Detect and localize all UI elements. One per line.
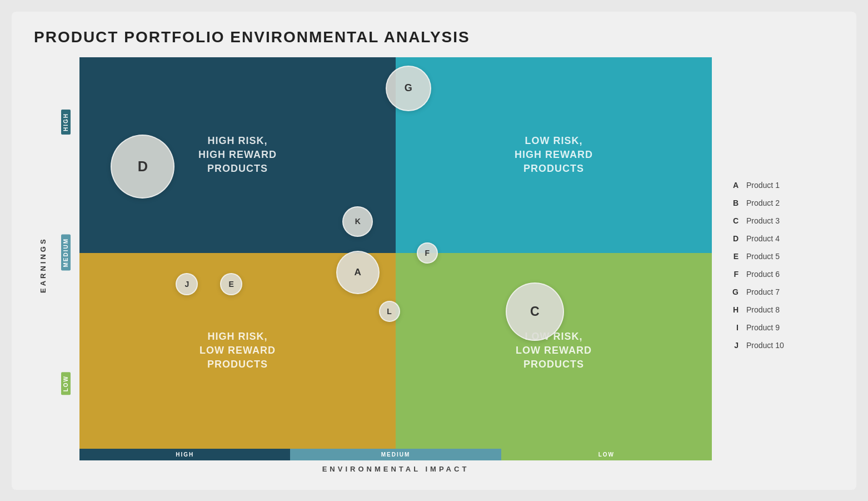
y-label-high-text: HIGH: [61, 110, 71, 135]
bubble-C: C: [506, 282, 564, 341]
bubble-G: G: [386, 66, 431, 111]
legend-product-name: Product 6: [746, 270, 780, 279]
legend-product-name: Product 8: [746, 305, 780, 314]
y-labels: HIGH MEDIUM LOW: [52, 57, 79, 449]
page-container: PRODUCT PORTFOLIO ENVIRONMENTAL ANALYSIS…: [12, 12, 856, 490]
legend-item: I Product 9: [729, 320, 834, 335]
legend-product-name: Product 3: [746, 216, 780, 225]
bubble-A: A: [336, 251, 380, 294]
legend-item: A Product 1: [729, 177, 834, 193]
legend-item: G Product 7: [729, 284, 834, 300]
x-label-high: HIGH: [79, 449, 290, 460]
legend-product-name: Product 1: [746, 181, 780, 190]
bubble-F: F: [417, 242, 438, 264]
page-title: PRODUCT PORTFOLIO ENVIRONMENTAL ANALYSIS: [34, 28, 834, 46]
legend-product-name: Product 2: [746, 199, 780, 207]
quadrant-top-right: LOW RISK,HIGH REWARDPRODUCTS: [396, 57, 712, 253]
legend-letter: G: [729, 287, 739, 296]
legend-item: B Product 2: [729, 195, 834, 211]
x-axis-title: ENVIRONMENTAL IMPACT: [79, 465, 712, 473]
main-content: EARNINGS HIGH MEDIUM LOW: [34, 57, 834, 473]
y-label-medium-text: MEDIUM: [61, 235, 71, 271]
quadrant-bottom-right: LOW RISK,LOW REWARDPRODUCTS: [396, 253, 712, 449]
y-label-high: HIGH: [52, 57, 79, 188]
x-label-low: LOW: [501, 449, 712, 460]
bubble-J: J: [176, 273, 198, 295]
legend-product-name: Product 10: [746, 341, 784, 350]
legend-item: F Product 6: [729, 266, 834, 282]
quadrant-top-left-label: HIGH RISK,HIGH REWARDPRODUCTS: [198, 134, 277, 176]
legend-item: C Product 3: [729, 213, 834, 229]
y-label-low-text: LOW: [61, 372, 71, 395]
y-label-low: LOW: [52, 318, 79, 449]
x-axis-area: HIGH MEDIUM LOW: [79, 449, 712, 460]
bubble-D: D: [111, 135, 174, 199]
legend-letter: A: [729, 181, 739, 190]
legend-letter: J: [729, 341, 739, 350]
chart-with-axes: HIGH MEDIUM LOW HIGH RI: [52, 57, 712, 473]
legend-product-name: Product 9: [746, 323, 780, 332]
bubble-K: K: [342, 206, 373, 237]
legend: A Product 1 B Product 2 C Product 3 D Pr…: [723, 57, 834, 473]
legend-item: D Product 4: [729, 231, 834, 246]
x-label-medium: MEDIUM: [290, 449, 501, 460]
x-labels: HIGH MEDIUM LOW: [79, 449, 712, 460]
bubble-L: L: [379, 301, 400, 322]
legend-product-name: Product 7: [746, 287, 780, 296]
y-axis-label: EARNINGS: [34, 57, 52, 473]
legend-letter: F: [729, 270, 739, 279]
legend-product-name: Product 5: [746, 252, 780, 261]
legend-letter: H: [729, 305, 739, 314]
legend-item: E Product 5: [729, 249, 834, 264]
quadrant-top-right-label: LOW RISK,HIGH REWARDPRODUCTS: [515, 134, 593, 176]
legend-item: J Product 10: [729, 338, 834, 353]
legend-letter: C: [729, 216, 739, 225]
legend-letter: I: [729, 323, 739, 332]
bubble-E: E: [220, 273, 242, 295]
y-label-medium: MEDIUM: [52, 187, 79, 318]
legend-item: H Product 8: [729, 302, 834, 318]
legend-product-name: Product 4: [746, 234, 780, 243]
legend-letter: E: [729, 252, 739, 261]
quadrant-bottom-left-label: HIGH RISK,LOW REWARDPRODUCTS: [199, 330, 276, 372]
legend-letter: D: [729, 234, 739, 243]
chart-grid: HIGH RISK,HIGH REWARDPRODUCTS LOW RISK,H…: [79, 57, 712, 449]
legend-letter: B: [729, 199, 739, 207]
chart-area: EARNINGS HIGH MEDIUM LOW: [34, 57, 712, 473]
y-labels-and-grid: HIGH MEDIUM LOW HIGH RI: [52, 57, 712, 449]
